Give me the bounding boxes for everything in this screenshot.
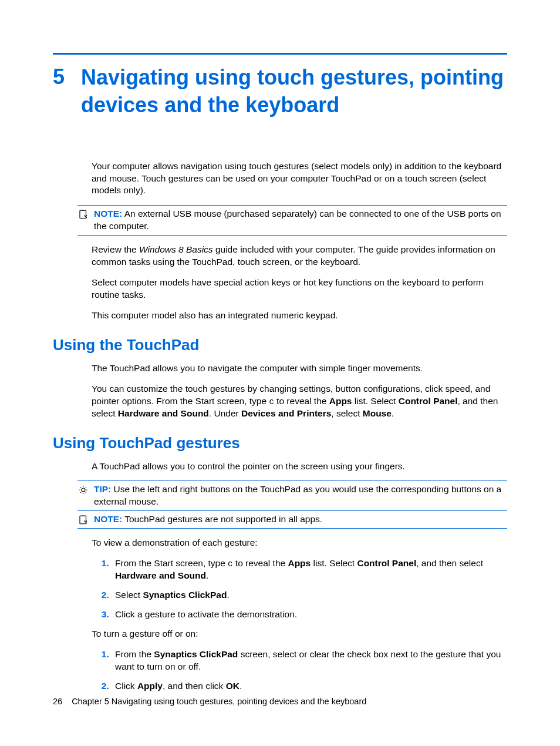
text: list. Select	[352, 396, 398, 406]
svg-point-1	[82, 488, 85, 492]
ui-term: Control Panel	[357, 558, 416, 568]
chapter-number: 5	[53, 64, 65, 89]
note-text: An external USB mouse (purchased separat…	[94, 209, 501, 231]
intro-paragraph-3: Select computer models have special acti…	[92, 277, 507, 301]
text: Click	[115, 681, 137, 691]
tip-label: TIP:	[94, 484, 111, 494]
text: list. Select	[311, 558, 357, 568]
page-footer: 26Chapter 5 Navigating using touch gestu…	[53, 697, 366, 706]
ui-term: Apply	[137, 681, 163, 691]
ui-term: Synaptics ClickPad	[143, 590, 227, 600]
text: . Under	[209, 408, 241, 418]
section-heading-gestures: Using TouchPad gestures	[53, 434, 507, 452]
note-callout: NOTE: An external USB mouse (purchased s…	[77, 205, 507, 236]
ui-term: Mouse	[363, 408, 392, 418]
tip-text: Use the left and right buttons on the To…	[94, 484, 501, 506]
svg-rect-0	[80, 211, 86, 219]
note-label: NOTE:	[94, 514, 122, 524]
text: .	[227, 590, 229, 600]
list-item: Select Synaptics ClickPad.	[112, 589, 507, 601]
tip-body: TIP: Use the left and right buttons on t…	[93, 483, 507, 508]
demo-steps: From the Start screen, type c to reveal …	[92, 557, 507, 621]
ui-term: Hardware and Sound	[118, 408, 209, 418]
note-icon	[77, 513, 89, 525]
ui-term: Devices and Printers	[241, 408, 331, 418]
note-body: NOTE: An external USB mouse (purchased s…	[93, 208, 507, 233]
key-char: c	[228, 559, 232, 569]
svg-rect-2	[80, 516, 86, 525]
ui-term: OK	[226, 681, 239, 691]
tip-callout: TIP: Use the left and right buttons on t…	[77, 480, 507, 511]
ui-term: Apps	[329, 396, 352, 406]
gestures-paragraph-1: A TouchPad allows you to control the poi…	[92, 461, 507, 473]
touchpad-paragraph-1: The TouchPad allows you to navigate the …	[92, 362, 507, 375]
intro-paragraph-1: Your computer allows navigation using to…	[92, 160, 507, 197]
ui-term: Synaptics ClickPad	[154, 649, 238, 659]
text: to reveal the	[274, 396, 329, 406]
text: .	[239, 681, 242, 691]
text: From the Start screen, type	[115, 558, 228, 568]
text: .	[206, 570, 208, 580]
chapter-top-rule	[53, 53, 507, 55]
list-item: Click Apply, and then click OK.	[112, 680, 507, 693]
text: to reveal the	[233, 558, 288, 568]
ui-term: Apps	[288, 558, 311, 568]
chapter-heading: 5 Navigating using touch gestures, point…	[53, 64, 507, 119]
section-heading-touchpad: Using the TouchPad	[53, 336, 507, 354]
text: .	[392, 408, 394, 418]
note-text: TouchPad gestures are not supported in a…	[124, 514, 322, 524]
ui-term: Control Panel	[399, 396, 458, 406]
ui-term: Hardware and Sound	[115, 570, 206, 580]
list-item: From the Start screen, type c to reveal …	[112, 557, 507, 582]
list-item: Click a gesture to activate the demonstr…	[112, 609, 507, 621]
toggle-steps: From the Synaptics ClickPad screen, sele…	[92, 648, 507, 693]
note-callout-2: NOTE: TouchPad gestures are not supporte…	[77, 511, 507, 529]
text: , and then click	[163, 681, 226, 691]
key-char: c	[269, 397, 274, 406]
text: From the	[115, 649, 154, 659]
demo-intro: To view a demonstration of each gesture:	[92, 537, 507, 549]
note-icon	[77, 208, 89, 220]
toggle-intro: To turn a gesture off or on:	[92, 628, 507, 640]
list-item: From the Synaptics ClickPad screen, sele…	[112, 648, 507, 673]
text: Select	[115, 590, 143, 600]
text: , and then select	[416, 558, 483, 568]
note-body: NOTE: TouchPad gestures are not supporte…	[93, 513, 507, 526]
footer-text: Chapter 5 Navigating using touch gesture…	[72, 697, 366, 706]
intro-paragraph-4: This computer model also has an integrat…	[92, 310, 507, 322]
touchpad-paragraph-2: You can customize the touch gestures by …	[92, 383, 507, 420]
page-number: 26	[53, 697, 62, 706]
intro-paragraph-2: Review the Windows 8 Basics guide includ…	[92, 244, 507, 268]
tip-icon	[77, 483, 89, 495]
text: , select	[331, 408, 362, 418]
chapter-title: Navigating using touch gestures, pointin…	[81, 64, 507, 119]
note-label: NOTE:	[94, 209, 122, 219]
text: Review the	[92, 244, 139, 254]
guide-name: Windows 8 Basics	[139, 244, 213, 254]
